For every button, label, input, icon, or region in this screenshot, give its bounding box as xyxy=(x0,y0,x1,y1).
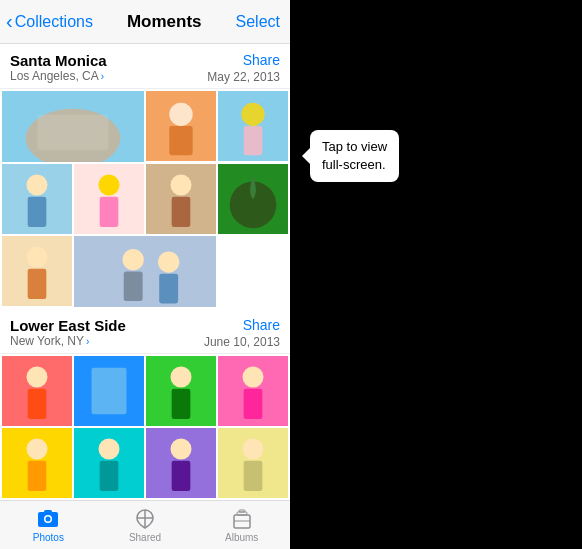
chevron-left-icon: ‹ xyxy=(6,10,13,33)
svg-rect-14 xyxy=(100,197,119,227)
svg-rect-22 xyxy=(28,269,47,299)
select-button[interactable]: Select xyxy=(236,13,280,31)
svg-rect-47 xyxy=(172,461,191,491)
svg-rect-30 xyxy=(28,389,47,419)
tab-photos[interactable]: Photos xyxy=(0,508,97,543)
photo-cell[interactable] xyxy=(218,91,288,161)
photos-icon xyxy=(35,508,61,530)
nav-back-button[interactable]: ‹ Collections xyxy=(6,10,93,33)
nav-bar: ‹ Collections Moments Select xyxy=(0,0,290,44)
photo-grid-lower-east-side xyxy=(0,354,290,500)
tab-albums[interactable]: Albums xyxy=(193,508,290,543)
svg-point-26 xyxy=(158,251,179,272)
photo-cell[interactable] xyxy=(2,356,72,426)
section-name: Lower East Side xyxy=(10,317,126,334)
svg-point-21 xyxy=(27,247,48,268)
section-date: June 10, 2013 xyxy=(204,335,280,349)
nav-title: Moments xyxy=(127,12,202,32)
svg-point-7 xyxy=(241,103,264,126)
section-header-lower-east-side: Lower East Side New York, NY › Share Jun… xyxy=(0,309,290,354)
tab-shared[interactable]: Shared xyxy=(97,508,194,543)
photo-cell[interactable] xyxy=(74,428,144,498)
section-location: Lower East Side New York, NY › xyxy=(10,317,126,348)
photo-cell[interactable] xyxy=(146,164,216,234)
photo-cell[interactable] xyxy=(74,356,144,426)
shared-icon xyxy=(132,508,158,530)
svg-rect-35 xyxy=(172,389,191,419)
section-sublocation[interactable]: New York, NY › xyxy=(10,334,126,348)
svg-point-40 xyxy=(27,439,48,460)
photo-cell[interactable] xyxy=(2,91,144,162)
svg-point-29 xyxy=(27,367,48,388)
photo-cell[interactable] xyxy=(74,236,216,307)
svg-rect-25 xyxy=(124,272,143,302)
section-header-santa-monica: Santa Monica Los Angeles, CA › Share May… xyxy=(0,44,290,89)
svg-point-46 xyxy=(171,439,192,460)
photo-grid-santa-monica xyxy=(0,89,290,309)
section-sublocation[interactable]: Los Angeles, CA › xyxy=(10,69,107,83)
tab-albums-label: Albums xyxy=(225,532,258,543)
photo-cell[interactable] xyxy=(2,236,72,306)
photo-cell[interactable] xyxy=(146,356,216,426)
svg-rect-57 xyxy=(239,510,245,512)
photo-cell[interactable] xyxy=(218,356,288,426)
section-meta: Share May 22, 2013 xyxy=(207,52,280,84)
svg-point-16 xyxy=(171,175,192,196)
svg-point-24 xyxy=(123,249,144,270)
photo-cell[interactable] xyxy=(2,164,72,234)
photo-cell[interactable] xyxy=(218,428,288,498)
photo-cell[interactable] xyxy=(146,428,216,498)
scroll-content: Santa Monica Los Angeles, CA › Share May… xyxy=(0,44,290,500)
location-arrow-icon: › xyxy=(86,336,89,347)
svg-point-43 xyxy=(99,439,120,460)
photo-cell[interactable] xyxy=(74,164,144,234)
section-name: Santa Monica xyxy=(10,52,107,69)
right-area: Tap to viewfull-screen. xyxy=(290,0,582,549)
svg-rect-8 xyxy=(244,126,263,155)
svg-rect-2 xyxy=(38,115,109,151)
svg-rect-27 xyxy=(159,274,178,304)
svg-point-4 xyxy=(169,103,192,126)
svg-rect-54 xyxy=(44,510,52,513)
svg-rect-5 xyxy=(169,126,192,155)
section-date: May 22, 2013 xyxy=(207,70,280,84)
albums-icon xyxy=(229,508,255,530)
section-meta: Share June 10, 2013 xyxy=(204,317,280,349)
location-arrow-icon: › xyxy=(101,71,104,82)
svg-rect-50 xyxy=(244,461,263,491)
share-button[interactable]: Share xyxy=(243,52,280,68)
tooltip-text: Tap to viewfull-screen. xyxy=(322,139,387,172)
svg-point-37 xyxy=(243,367,264,388)
section-location: Santa Monica Los Angeles, CA › xyxy=(10,52,107,83)
svg-rect-17 xyxy=(172,197,191,227)
share-button[interactable]: Share xyxy=(243,317,280,333)
svg-rect-11 xyxy=(28,197,47,227)
nav-back-label: Collections xyxy=(15,13,93,31)
tooltip: Tap to viewfull-screen. xyxy=(310,130,399,182)
photo-cell[interactable] xyxy=(146,91,216,161)
svg-rect-23 xyxy=(74,236,216,307)
svg-rect-44 xyxy=(100,461,119,491)
photo-cell[interactable] xyxy=(218,164,288,234)
svg-point-53 xyxy=(46,516,51,521)
tab-photos-label: Photos xyxy=(33,532,64,543)
svg-point-49 xyxy=(243,439,264,460)
svg-point-34 xyxy=(171,367,192,388)
svg-rect-32 xyxy=(92,368,127,415)
svg-point-13 xyxy=(99,175,120,196)
svg-rect-38 xyxy=(244,389,263,419)
tab-shared-label: Shared xyxy=(129,532,161,543)
tab-bar: Photos Shared Albums xyxy=(0,500,290,549)
svg-rect-41 xyxy=(28,461,47,491)
svg-point-10 xyxy=(27,175,48,196)
photo-cell[interactable] xyxy=(2,428,72,498)
